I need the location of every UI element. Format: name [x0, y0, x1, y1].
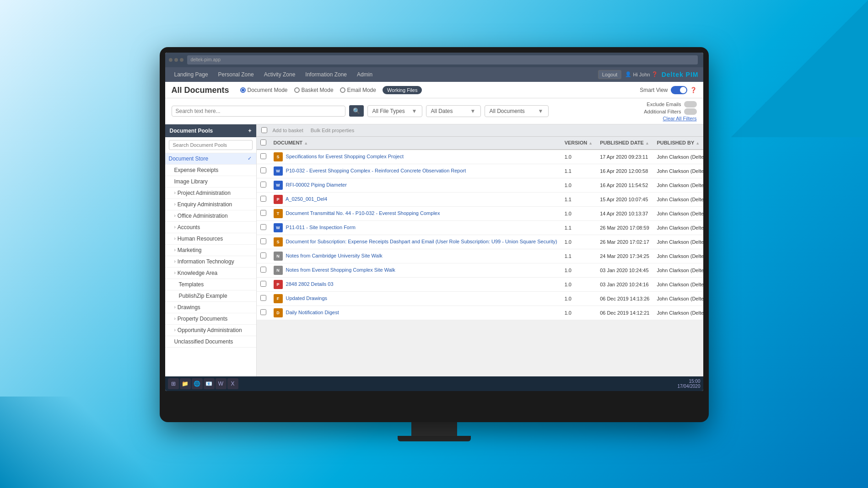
doc-name-link[interactable]: P11-011 - Site Inspection Form	[286, 224, 356, 230]
bulk-edit-button[interactable]: Bulk Edit properties	[309, 127, 356, 134]
doc-published-by: John Clarkson (Deltek)	[653, 178, 703, 192]
sidebar-item-document-store[interactable]: Document Store ✓	[165, 153, 256, 165]
table-row: D Daily Notification Digest 1.0 06 Dec 2…	[257, 306, 703, 320]
sidebar-item-templates[interactable]: Templates	[165, 279, 256, 290]
doc-version: 1.0	[561, 178, 597, 192]
nav-activity-zone[interactable]: Activity Zone	[259, 70, 300, 80]
search-input[interactable]	[176, 108, 341, 114]
email-mode-option[interactable]: Email Mode	[340, 87, 376, 93]
excel-icon[interactable]: X	[227, 378, 238, 389]
email-mode-radio[interactable]	[340, 87, 345, 93]
browser-icon[interactable]: 🌐	[192, 378, 203, 389]
sidebar-item-property-documents[interactable]: › Property Documents	[165, 313, 256, 325]
col-published-date[interactable]: PUBLISHED DATE ▲	[596, 137, 653, 150]
row-checkbox-4[interactable]	[260, 210, 266, 216]
basket-mode-option[interactable]: Basket Mode	[294, 87, 334, 93]
working-files-badge[interactable]: Working Files	[383, 86, 422, 94]
row-checkbox-5[interactable]	[260, 224, 266, 230]
sidebar-item-office-administration[interactable]: › Office Administration	[165, 210, 256, 222]
file-type-filter[interactable]: All File Types ▼	[367, 105, 422, 117]
doc-name-link[interactable]: Daily Notification Digest	[286, 309, 339, 315]
doc-published-by: John Clarkson (Deltek)	[653, 164, 703, 178]
date-filter[interactable]: All Dates ▼	[426, 105, 481, 117]
col-document[interactable]: DOCUMENT ▲	[270, 137, 561, 150]
logout-button[interactable]: Logout	[598, 70, 622, 79]
sidebar-item-expense-receipts[interactable]: Expense Receipts	[165, 165, 256, 176]
col-version[interactable]: VERSION ▲	[561, 137, 597, 150]
add-to-basket-button[interactable]: Add to basket	[271, 127, 305, 134]
sidebar-add-icon[interactable]: +	[248, 128, 251, 134]
doc-name-link[interactable]: 2848 2802 Details 03	[286, 281, 334, 286]
row-checkbox-6[interactable]	[260, 238, 266, 244]
nav-personal-zone[interactable]: Personal Zone	[214, 70, 259, 80]
doc-name-link[interactable]: Document Transmittal No. 44 - P10-032 - …	[286, 210, 440, 215]
chevron-down-icon-3: ▼	[538, 108, 544, 114]
help-icon-2[interactable]: ❓	[690, 87, 697, 93]
exclude-emails-toggle[interactable]	[684, 101, 697, 107]
row-checkbox-7[interactable]	[260, 252, 266, 258]
row-checkbox-9[interactable]	[260, 281, 266, 287]
doc-name-link[interactable]: Updated Drawings	[286, 295, 328, 300]
doc-type-icon: W	[274, 166, 283, 176]
content-area: Document Pools + Document Store ✓	[165, 124, 703, 376]
col-published-by[interactable]: PUBLISHED BY ▲	[653, 137, 703, 150]
chevron-icon-9: ›	[174, 305, 176, 310]
sidebar-item-drawings[interactable]: › Drawings	[165, 302, 256, 313]
smart-view-toggle[interactable]	[671, 86, 687, 94]
sidebar-search-input[interactable]	[169, 140, 253, 150]
page-header: All Documents Document Mode Basket Mode	[165, 82, 703, 98]
sidebar-item-opportunity-administration[interactable]: › Opportunity Administration	[165, 325, 256, 336]
doc-published-by: John Clarkson (Deltek)	[653, 235, 703, 249]
sidebar-item-enquiry-administration[interactable]: › Enquiry Administration	[165, 199, 256, 210]
sidebar-item-accounts[interactable]: › Accounts	[165, 222, 256, 233]
word-icon[interactable]: W	[216, 378, 226, 389]
doc-name-link[interactable]: A_0250_001_Del4	[286, 196, 327, 201]
row-checkbox-1[interactable]	[260, 167, 266, 173]
help-icon[interactable]: ❓	[652, 71, 658, 77]
chevron-icon-7: ›	[174, 259, 176, 264]
sidebar-item-human-resources[interactable]: › Human Resources	[165, 233, 256, 245]
sidebar-item-marketing[interactable]: › Marketing	[165, 245, 256, 256]
row-checkbox-0[interactable]	[260, 153, 266, 159]
row-checkbox-10[interactable]	[260, 295, 266, 301]
outlook-icon[interactable]: 📧	[204, 378, 215, 389]
nav-admin[interactable]: Admin	[352, 70, 377, 80]
sidebar-item-information-technology[interactable]: › Information Technology	[165, 256, 256, 268]
smart-view-area: Smart View ❓	[640, 86, 696, 94]
sidebar-item-knowledge-area[interactable]: › Knowledge Area	[165, 268, 256, 279]
sidebar-item-project-administration[interactable]: › Project Administration	[165, 188, 256, 199]
doc-version: 1.0	[561, 150, 597, 164]
row-checkbox-3[interactable]	[260, 196, 266, 202]
doc-name-link[interactable]: RFI-00002 Piping Diameter	[286, 182, 347, 187]
row-checkbox-11[interactable]	[260, 309, 266, 315]
doc-date: 26 Mar 2020 17:08:59	[596, 220, 653, 235]
url-bar[interactable]: deltek-pim.app	[191, 57, 221, 62]
explorer-icon[interactable]: 📁	[180, 378, 191, 389]
row-checkbox-8[interactable]	[260, 267, 266, 273]
doc-name-link[interactable]: P10-032 - Everest Shopping Complex - Rei…	[286, 167, 466, 173]
sidebar-item-image-library[interactable]: Image Library	[165, 176, 256, 188]
clear-filters-link[interactable]: Clear All Filters	[663, 116, 697, 121]
nav-information-zone[interactable]: Information Zone	[301, 70, 351, 80]
doc-name-link[interactable]: Document for Subscription: Expense Recei…	[286, 238, 557, 244]
sidebar-item-publishzip[interactable]: PublishZip Example	[165, 290, 256, 302]
select-all-checkbox[interactable]	[261, 127, 267, 133]
row-checkbox-2[interactable]	[260, 182, 266, 188]
user-name: Hi John	[633, 72, 650, 77]
document-mode-option[interactable]: Document Mode	[240, 87, 288, 93]
doc-version: 1.1	[561, 249, 597, 263]
start-button[interactable]: ⊞	[168, 378, 179, 389]
document-mode-radio[interactable]	[240, 87, 246, 93]
doc-name-link[interactable]: Notes from Cambridge University Site Wal…	[286, 252, 383, 258]
nav-landing-page[interactable]: Landing Page	[170, 70, 213, 80]
doc-name-link[interactable]: Specifications for Everest Shopping Comp…	[286, 153, 404, 159]
additional-filters-toggle[interactable]	[684, 108, 697, 115]
basket-mode-radio[interactable]	[294, 87, 300, 93]
sidebar-item-unclassified-documents[interactable]: Unclassified Documents	[165, 336, 256, 348]
documents-filter[interactable]: All Documents ▼	[485, 105, 549, 117]
doc-version: 1.0	[561, 263, 597, 277]
search-button[interactable]: 🔍	[349, 105, 364, 117]
table-row: W P10-032 - Everest Shopping Complex - R…	[257, 164, 703, 178]
doc-name-link[interactable]: Notes from Everest Shopping Complex Site…	[286, 267, 395, 272]
header-checkbox[interactable]	[260, 139, 266, 145]
